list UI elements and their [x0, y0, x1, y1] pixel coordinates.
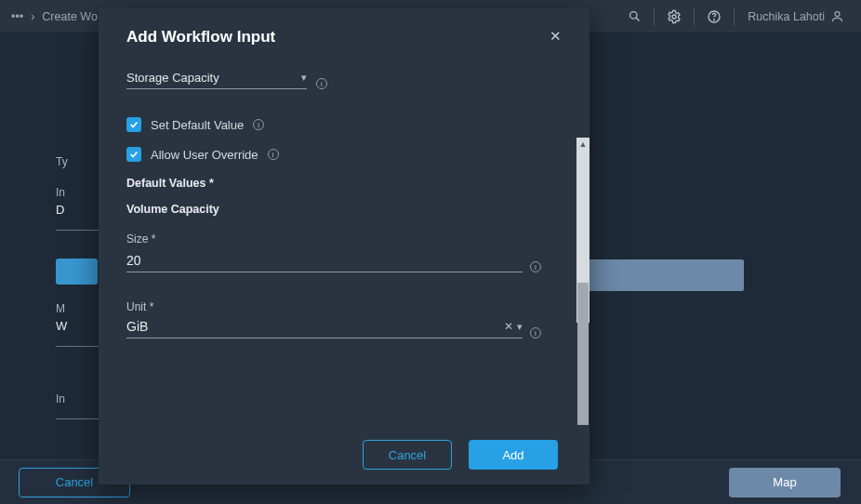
type-select[interactable]: Storage Capacity ▾ i: [126, 71, 327, 89]
unit-select-value: GiB: [126, 319, 500, 334]
info-icon[interactable]: i: [530, 261, 541, 272]
close-icon[interactable]: ✕: [550, 28, 562, 45]
user-icon: [830, 9, 844, 23]
type-select-value: Storage Capacity: [126, 71, 301, 85]
svg-point-0: [629, 12, 637, 20]
size-label: Size *: [126, 232, 562, 245]
size-input[interactable]: [126, 251, 523, 272]
scroll-thumb[interactable]: [577, 283, 589, 425]
modal-footer: Cancel Add: [99, 425, 589, 484]
bg-label: In: [56, 392, 65, 405]
unit-label: Unit *: [126, 300, 562, 313]
help-icon[interactable]: [698, 1, 730, 33]
breadcrumb-current[interactable]: Create Wo: [42, 10, 98, 23]
breadcrumb-more-icon[interactable]: •••: [11, 10, 23, 23]
modal-title: Add Workflow Input: [126, 28, 550, 46]
chevron-down-icon[interactable]: ▾: [517, 321, 523, 333]
allow-user-override-checkbox[interactable]: [126, 147, 141, 162]
unit-select[interactable]: GiB ✕ ▾ i: [126, 319, 541, 338]
clear-icon[interactable]: ✕: [500, 320, 517, 333]
allow-user-override-label: Allow User Override: [151, 148, 258, 162]
modal-scrollbar[interactable]: ▲ ▼: [576, 138, 589, 323]
svg-point-4: [714, 19, 715, 20]
info-icon[interactable]: i: [530, 327, 541, 338]
user-menu[interactable]: Ruchika Lahoti: [738, 9, 850, 23]
user-name: Ruchika Lahoti: [748, 10, 825, 23]
set-default-value-label: Set Default Value: [151, 118, 244, 132]
default-values-heading: Default Values *: [126, 177, 562, 190]
breadcrumb: ••• › Create Wo: [11, 10, 98, 23]
bg-label: M: [56, 302, 65, 315]
cancel-button[interactable]: Cancel: [363, 440, 452, 470]
svg-point-2: [672, 15, 676, 19]
info-icon[interactable]: i: [253, 119, 264, 130]
gear-icon[interactable]: [658, 1, 690, 33]
set-default-value-checkbox[interactable]: [126, 117, 141, 132]
info-icon[interactable]: i: [268, 149, 279, 160]
bg-label: In: [56, 186, 65, 199]
chevron-down-icon[interactable]: ▾: [301, 72, 307, 84]
bg-label: Ty: [56, 155, 68, 168]
scroll-up-icon[interactable]: ▲: [576, 138, 589, 151]
svg-line-1: [636, 18, 639, 20]
info-icon[interactable]: i: [316, 78, 327, 89]
svg-point-5: [835, 12, 840, 17]
add-workflow-input-modal: Add Workflow Input ✕ Storage Capacity ▾ …: [99, 7, 589, 484]
target-slot-bar: [576, 259, 744, 291]
page-map-button[interactable]: Map: [729, 468, 841, 497]
search-icon[interactable]: [618, 1, 650, 33]
bg-active-tab[interactable]: [56, 259, 98, 285]
add-button[interactable]: Add: [469, 440, 558, 470]
volume-capacity-heading: Volume Capacity: [126, 203, 562, 216]
breadcrumb-separator: ›: [31, 10, 34, 23]
